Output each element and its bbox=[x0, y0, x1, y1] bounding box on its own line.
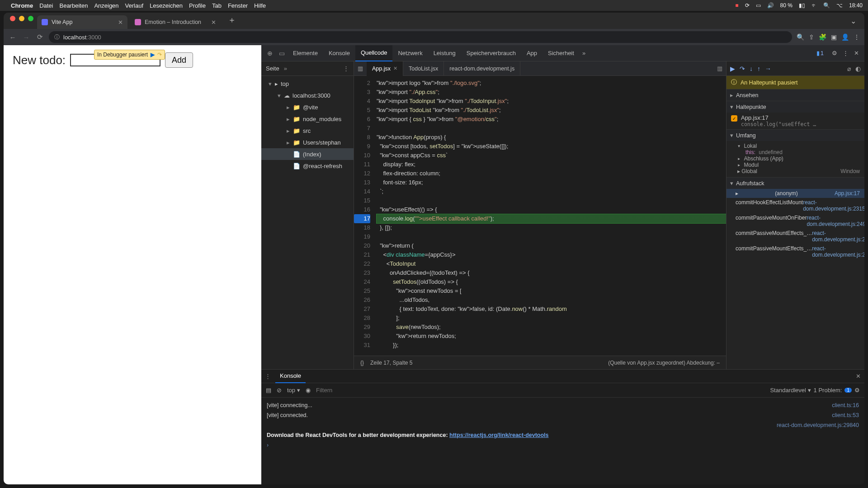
code-editor[interactable]: 2345678910111213141516171819202122232425… bbox=[354, 76, 726, 356]
console-src[interactable]: client.ts:16 bbox=[823, 400, 859, 410]
nav-back-icon[interactable]: ← bbox=[8, 33, 17, 41]
chrome-menu-icon[interactable]: ⋮ bbox=[854, 33, 860, 41]
console-problem-count[interactable]: 1 bbox=[844, 388, 852, 393]
tree-origin[interactable]: ▾☁localhost:3000 bbox=[261, 89, 354, 101]
step-icon[interactable]: → bbox=[765, 65, 771, 72]
menu-window[interactable]: Fenster bbox=[228, 2, 248, 9]
line-gutter[interactable]: 2345678910111213141516171819202122232425… bbox=[354, 76, 374, 356]
pause-exceptions-icon[interactable]: ◐ bbox=[855, 65, 861, 72]
panel-application[interactable]: App bbox=[521, 45, 542, 61]
console-src[interactable]: react-dom.development.js:29840 bbox=[768, 420, 859, 430]
status-control-center-icon[interactable]: ⌥ bbox=[836, 2, 843, 9]
device-toggle-icon[interactable]: ▭ bbox=[276, 50, 288, 57]
console-src[interactable]: client.ts:53 bbox=[823, 410, 859, 420]
scope-global[interactable]: ▸ GlobalWindow bbox=[737, 168, 860, 174]
panel-memory[interactable]: Speicherverbrauch bbox=[461, 45, 521, 61]
tree-file-index[interactable]: 📄(Index) bbox=[261, 148, 354, 160]
tree-folder-src[interactable]: ▸📁src bbox=[261, 125, 354, 136]
add-button[interactable]: Add bbox=[165, 52, 193, 68]
menu-history[interactable]: Verlauf bbox=[125, 2, 143, 9]
panel-network[interactable]: Netzwerk bbox=[392, 45, 428, 61]
issues-count[interactable]: 1 bbox=[821, 50, 824, 56]
browser-tab-vite[interactable]: Vite App ✕ bbox=[37, 15, 127, 29]
new-tab-button[interactable]: ＋ bbox=[223, 14, 241, 29]
editor-history-icon[interactable]: ▥ bbox=[354, 65, 367, 72]
section-watch[interactable]: ▸Ansehen bbox=[726, 89, 864, 101]
panel-sources[interactable]: Quellcode bbox=[355, 45, 393, 61]
scope-local[interactable]: ▾ Lokal bbox=[737, 143, 860, 149]
menu-edit[interactable]: Bearbeiten bbox=[59, 2, 88, 9]
console-output[interactable]: [vite] connecting...client.ts:16 [vite] … bbox=[261, 398, 864, 484]
devtools-settings-icon[interactable]: ⚙ bbox=[829, 50, 840, 56]
tab-close-icon[interactable]: ✕ bbox=[118, 19, 123, 26]
status-search-icon[interactable]: 🔍 bbox=[823, 2, 830, 9]
step-out-icon[interactable]: ↑ bbox=[757, 65, 760, 72]
panel-security[interactable]: Sicherheit bbox=[542, 45, 580, 61]
url-input[interactable]: ⓘ localhost:3000 bbox=[49, 31, 792, 43]
panel-console[interactable]: Konsole bbox=[323, 45, 355, 61]
active-app-name[interactable]: Chrome bbox=[11, 2, 33, 9]
panel-overflow-icon[interactable]: » bbox=[580, 50, 588, 56]
navigator-menu-icon[interactable]: ⋮ bbox=[343, 65, 349, 72]
step-into-icon[interactable]: ↓ bbox=[750, 65, 753, 72]
menu-tab[interactable]: Tab bbox=[212, 2, 222, 9]
section-breakpoints[interactable]: ▾Haltepunkte bbox=[726, 101, 864, 113]
callstack-frame[interactable]: ▸ (anonym)App.jsx:17 bbox=[726, 189, 864, 198]
devtools-close-icon[interactable]: ✕ bbox=[851, 50, 862, 56]
menu-profiles[interactable]: Profile bbox=[189, 2, 206, 9]
issues-icon[interactable]: ▮ bbox=[816, 50, 820, 56]
navigator-overflow-icon[interactable]: » bbox=[284, 65, 287, 72]
extensions-icon[interactable]: 🧩 bbox=[819, 33, 826, 41]
callstack-frame[interactable]: commitPassiveMountEffects_…react-dom.dev… bbox=[726, 244, 864, 259]
overlay-step-icon[interactable]: ↷ bbox=[157, 52, 162, 58]
overlay-resume-icon[interactable]: ▶ bbox=[151, 52, 155, 58]
panel-performance[interactable]: Leistung bbox=[428, 45, 461, 61]
devtools-menu-icon[interactable]: ⋮ bbox=[840, 50, 851, 56]
menu-file[interactable]: Datei bbox=[39, 2, 53, 9]
menu-help[interactable]: Hilfe bbox=[254, 2, 266, 9]
step-over-icon[interactable]: ↷ bbox=[740, 65, 745, 72]
console-context[interactable]: top▾ bbox=[287, 387, 300, 394]
editor-tab-app[interactable]: App.jsx✕ bbox=[367, 61, 403, 76]
panel-elements[interactable]: Elemente bbox=[288, 45, 323, 61]
profile-icon[interactable]: 👤 bbox=[841, 33, 849, 41]
window-minimize-icon[interactable] bbox=[19, 16, 24, 21]
console-level-select[interactable]: Standardlevel ▾ bbox=[770, 387, 811, 394]
console-clear-icon[interactable]: ⊘ bbox=[277, 387, 282, 394]
window-close-icon[interactable] bbox=[10, 16, 15, 21]
site-info-icon[interactable]: ⓘ bbox=[54, 33, 60, 41]
tree-folder-users[interactable]: ▸📁Users/stephan bbox=[261, 136, 354, 148]
sidepanel-icon[interactable]: ▣ bbox=[831, 33, 837, 41]
scope-module[interactable]: ▸ Modul bbox=[737, 162, 860, 168]
editor-tab-reactdom[interactable]: react-dom.development.js bbox=[444, 61, 520, 76]
console-filter-input[interactable] bbox=[316, 385, 764, 395]
console-live-icon[interactable]: ◉ bbox=[306, 387, 311, 394]
section-callstack[interactable]: ▾Aufrufstack bbox=[726, 177, 864, 189]
tab-dropdown-icon[interactable]: ⌄ bbox=[846, 17, 861, 29]
callstack-frame[interactable]: commitPassiveMountEffects_…react-dom.dev… bbox=[726, 229, 864, 244]
menu-view[interactable]: Anzeigen bbox=[94, 2, 118, 9]
tree-top[interactable]: ▾▸top bbox=[261, 78, 354, 89]
editor-tab-todolist[interactable]: TodoList.jsx bbox=[403, 61, 444, 76]
code-content[interactable]: "kw">import logo "kw">from "./logo.svg";… bbox=[374, 76, 726, 356]
inspect-element-icon[interactable]: ⊕ bbox=[264, 50, 276, 57]
tree-folder-node-modules[interactable]: ▸📁node_modules bbox=[261, 113, 354, 125]
callstack-frame[interactable]: commitHookEffectListMountreact-dom.devel… bbox=[726, 198, 864, 213]
window-traffic-lights[interactable] bbox=[7, 16, 37, 26]
search-icon[interactable]: 🔍 bbox=[797, 33, 804, 41]
format-icon[interactable]: {} bbox=[360, 360, 364, 366]
menu-bookmarks[interactable]: Lesezeichen bbox=[150, 2, 183, 9]
console-settings-icon[interactable]: ⚙ bbox=[854, 387, 860, 394]
drawer-menu-icon[interactable]: ⋮ bbox=[265, 373, 271, 380]
tree-file-react-refresh[interactable]: 📄@react-refresh bbox=[261, 160, 354, 172]
scope-closure[interactable]: ▸ Abschluss (App) bbox=[737, 155, 860, 162]
callstack-frame[interactable]: commitPassiveMountOnFiberreact-dom.devel… bbox=[726, 213, 864, 229]
console-prompt-icon[interactable]: › bbox=[267, 440, 269, 450]
deactivate-breakpoints-icon[interactable]: ⌀ bbox=[847, 65, 851, 72]
resume-icon[interactable]: ▶ bbox=[730, 65, 735, 72]
window-zoom-icon[interactable] bbox=[28, 16, 33, 21]
nav-reload-icon[interactable]: ⟳ bbox=[35, 33, 44, 41]
section-scope[interactable]: ▾Umfang bbox=[726, 129, 864, 141]
tree-folder-vite[interactable]: ▸📁@vite bbox=[261, 101, 354, 113]
share-icon[interactable]: ⇪ bbox=[809, 33, 814, 41]
